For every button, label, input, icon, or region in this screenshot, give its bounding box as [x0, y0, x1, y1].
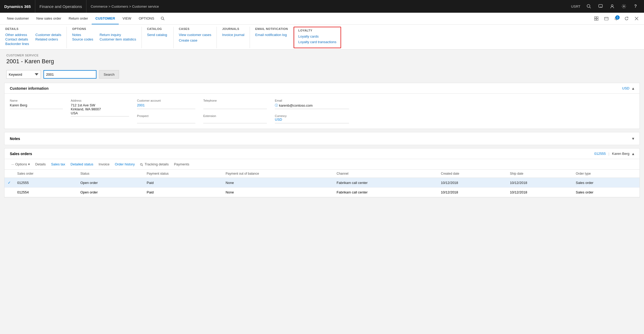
gear-icon-btn[interactable]: [619, 1, 629, 12]
ribbon-item-contact-details[interactable]: Contact details: [5, 37, 29, 42]
ribbon-menu-panel: DETAILS Other address Contact details Ba…: [0, 25, 644, 49]
keyword-dropdown[interactable]: Keyword: [6, 70, 41, 79]
search-button[interactable]: Search: [99, 70, 119, 79]
field-address: Address 712 1st Ave SW Kirkland, WA 9800…: [71, 99, 129, 123]
currency-value[interactable]: USD: [275, 118, 349, 123]
brand-area: Dynamics 365 Finance and Operations: [3, 0, 86, 13]
col-status: Status: [77, 170, 143, 178]
close-icon-btn[interactable]: [632, 14, 641, 23]
ribbon-item-backorder-lines[interactable]: Backorder lines: [5, 42, 29, 46]
ribbon-item-create-case[interactable]: Create case: [179, 38, 211, 43]
svg-point-3: [611, 5, 613, 7]
brand-fo[interactable]: Finance and Operations: [35, 0, 86, 13]
refresh-icon-btn[interactable]: [622, 14, 631, 23]
row-sales-order[interactable]: 012554: [14, 188, 77, 197]
ribbon-item-customer-details[interactable]: Customer details: [36, 33, 61, 37]
notes-chevron-icon[interactable]: ▾: [632, 136, 634, 141]
row-channel: Fabrikam call center: [333, 178, 438, 188]
svg-point-15: [140, 163, 142, 165]
name-label: Name: [10, 99, 63, 102]
section-title-loyalty: LOYALTY: [298, 28, 337, 32]
prospect-value: [137, 118, 195, 123]
ribbon-tab-view[interactable]: VIEW: [119, 13, 135, 24]
breadcrumb: Commerce > Customers > Customer service: [86, 4, 569, 8]
currency-link[interactable]: USD: [622, 86, 629, 90]
notes-header[interactable]: Notes ▾: [5, 132, 639, 145]
toolbar-sales-tax[interactable]: Sales tax: [48, 161, 68, 167]
ribbon-item-email-notification-log[interactable]: Email notification log: [255, 33, 288, 37]
ribbon-tab-options[interactable]: OPTIONS: [135, 13, 158, 24]
toolbar-detailed-status[interactable]: Detailed status: [68, 161, 96, 167]
notes-section: Notes ▾: [4, 132, 640, 145]
ribbon-tab-new-sales-order[interactable]: New sales order: [33, 13, 65, 24]
checkmark-icon: ✓: [8, 180, 11, 185]
section-title-email: EMAIL NOTIFICATION: [255, 27, 288, 30]
person-icon-btn[interactable]: [607, 1, 617, 12]
chat-icon-btn[interactable]: [595, 1, 606, 12]
ribbon-item-loyalty-cards[interactable]: Loyalty cards: [298, 34, 337, 39]
ribbon-item-invoice-journal[interactable]: Invoice journal: [222, 33, 244, 37]
section-title-options: OPTIONS: [72, 27, 136, 30]
svg-point-4: [623, 6, 625, 7]
col-payment-out-of-balance: Payment out of balance: [222, 170, 333, 178]
so-table-header-row: Sales order Status Payment status Paymen…: [5, 170, 639, 178]
email-link[interactable]: karenb@contoso.com: [279, 103, 313, 107]
row-order-type: Sales order: [573, 188, 639, 197]
prospect-label: Prospect: [137, 114, 195, 118]
account-value[interactable]: 2001: [137, 103, 195, 109]
grid-icon-btn[interactable]: [592, 14, 601, 23]
row-payment-out-of-balance: None: [222, 188, 333, 197]
ribbon-item-related-orders[interactable]: Related orders: [36, 37, 61, 42]
toolbar-order-history[interactable]: Order history: [112, 161, 137, 167]
so-order-link[interactable]: 012555: [594, 152, 606, 156]
ribbon-search-btn[interactable]: [158, 13, 167, 24]
main-content: CUSTOMER SERVICE 2001 - Karen Berg Keywo…: [0, 49, 644, 197]
ribbon-item-other-address[interactable]: Other address: [5, 33, 29, 37]
sales-orders-card: Sales orders 012555 | Karen Berg ▴ ··· O…: [4, 148, 640, 197]
row-sales-order[interactable]: 012555: [14, 178, 77, 188]
toolbar-payments[interactable]: Payments: [171, 161, 192, 167]
search-bar: Keyword Search: [0, 67, 644, 83]
address-value: 712 1st Ave SW Kirkland, WA 98007 USA: [71, 103, 129, 116]
ribbon-item-notes[interactable]: Notes: [72, 33, 93, 37]
ribbon-item-loyalty-card-transactions[interactable]: Loyalty card transactions: [298, 40, 337, 44]
collapse-info-btn[interactable]: ▴: [632, 86, 634, 91]
ribbon-item-return-inquiry[interactable]: Return inquiry: [100, 33, 136, 37]
toolbar-details[interactable]: Details: [33, 161, 48, 167]
ribbon-tab-customer[interactable]: CUSTOMER: [92, 13, 119, 24]
so-table-scroll: Sales order Status Payment status Paymen…: [5, 170, 639, 197]
notification-icon-btn[interactable]: 0: [612, 14, 621, 23]
row-created-date: 10/12/2018: [438, 188, 507, 197]
svg-line-16: [142, 165, 143, 166]
col-payment-status: Payment status: [144, 170, 223, 178]
ribbon-tab-new-customer[interactable]: New customer: [3, 13, 33, 24]
ribbon-item-view-customer-cases[interactable]: View customer cases: [179, 33, 211, 37]
svg-rect-11: [605, 17, 608, 20]
toolbar-options[interactable]: ··· Options ▾: [9, 161, 33, 167]
toolbar-invoice[interactable]: Invoice: [96, 161, 112, 167]
ribbon-section-email: EMAIL NOTIFICATION Email notification lo…: [250, 27, 293, 48]
customer-info-header-right: USD ▴: [622, 86, 634, 91]
svg-rect-10: [597, 19, 598, 20]
info-icon: ⓘ: [275, 103, 278, 108]
collapse-so-btn[interactable]: ▴: [632, 151, 634, 156]
col-check: [5, 170, 14, 178]
section-items-email: Email notification log: [255, 33, 288, 37]
section-title-journals: JOURNALS: [222, 27, 244, 30]
ribbon-tab-return-order[interactable]: Return order: [65, 13, 92, 24]
info-grid: Name Karen Berg Address 712 1st Ave SW K…: [10, 99, 634, 123]
ribbon-item-send-catalog[interactable]: Send catalog: [147, 33, 168, 37]
window-icon-btn[interactable]: [602, 14, 611, 23]
table-row[interactable]: ✓ 012555 Open order Paid None Fabrikam c…: [5, 178, 639, 188]
brand-d365[interactable]: Dynamics 365: [3, 0, 35, 13]
row-status: Open order: [77, 188, 143, 197]
search-input[interactable]: [43, 70, 96, 79]
ribbon-item-source-codes[interactable]: Source codes: [72, 37, 93, 42]
ribbon-tab-bar: New customer New sales order Return orde…: [0, 13, 644, 25]
search-icon-btn[interactable]: [584, 1, 594, 12]
ribbon-item-customer-item-stats[interactable]: Customer item statistics: [100, 37, 136, 42]
toolbar-tracking-details[interactable]: Tracking details: [137, 161, 171, 167]
field-customer-account: Customer account 2001 Prospect: [137, 99, 195, 123]
help-icon-btn[interactable]: ?: [630, 1, 641, 12]
table-row[interactable]: 012554 Open order Paid None Fabrikam cal…: [5, 188, 639, 197]
